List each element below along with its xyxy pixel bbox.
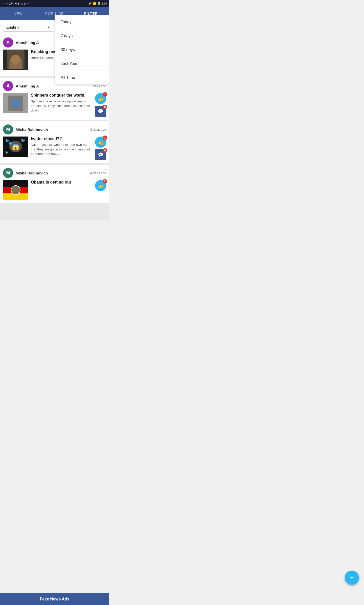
like-count-badge: 1 — [103, 136, 107, 140]
youtube-icon: ▶ — [18, 2, 20, 5]
battery-icon: 🔋 — [97, 2, 101, 5]
news-image — [3, 50, 28, 70]
time-ago: 4 days ago — [90, 171, 106, 175]
filter-option-today[interactable]: Today — [55, 15, 109, 29]
news-title: Spinners conquer the world. — [31, 93, 90, 98]
card-header: M Misha Rabinovich 4 days ago — [3, 168, 106, 178]
comment-count-badge: 0 — [103, 105, 107, 109]
filter-option-lastyear[interactable]: Last Year — [55, 57, 109, 71]
author-name: Misha Rabinovich — [16, 127, 90, 132]
comment-button[interactable]: 💬 0 — [95, 106, 106, 117]
compass-icon: ◎ — [21, 2, 23, 5]
news-card: M Misha Rabinovich 4 days ago 😱 🐦 🐦 🐦 🐦 … — [0, 121, 109, 163]
email-icon: ✉ — [6, 2, 8, 5]
signal-icon: 📶 — [93, 2, 96, 5]
status-bar: ⏸ ✉ 27° 𝗡 ▶ ◎ ▷ ≡ ⚡ 📶 🔋 8:04 — [0, 0, 109, 7]
like-button[interactable]: 👍 2 — [95, 180, 106, 191]
news-title: Obama is getting out — [31, 180, 90, 185]
avatar: A — [3, 81, 13, 91]
news-content: twitter closed?? twitter has just tweete… — [31, 137, 90, 156]
language-label: English — [6, 25, 19, 29]
news-excerpt: twitter has just tweeted in their own ap… — [31, 143, 90, 156]
news-content: Spinners conquer the world. Spinners hav… — [31, 93, 90, 113]
news-image: 🌀 — [3, 93, 28, 113]
like-button[interactable]: 👍 1 — [95, 137, 106, 148]
language-dropdown-arrow: ▼ — [47, 26, 50, 29]
status-right-icons: ⚡ 📶 🔋 8:04 — [88, 2, 107, 5]
time-ago: days ago — [93, 84, 106, 88]
news-image: 😱 🐦 🐦 🐦 🐦 — [3, 137, 28, 157]
avatar: M — [3, 124, 13, 135]
notification-icon: 𝗡 — [14, 2, 17, 5]
filter-option-7days[interactable]: 7 days — [55, 29, 109, 43]
news-excerpt: Spinners have become popular among the e… — [31, 99, 90, 113]
like-button[interactable]: 👍 1 — [95, 93, 106, 104]
temperature: 27° — [9, 2, 13, 5]
comment-button[interactable]: 💬 0 — [95, 149, 106, 160]
menu-icon: ≡ — [27, 2, 29, 5]
card-actions: 👍 1 💬 0 — [95, 93, 106, 117]
comment-count-badge: 0 — [103, 148, 107, 153]
language-dropdown[interactable]: English ▼ — [3, 23, 53, 32]
play-icon: ▷ — [24, 2, 26, 5]
time-ago: 4 days ago — [90, 128, 106, 131]
news-content: Obama is getting out — [31, 180, 90, 186]
bluetooth-icon: ⚡ — [88, 2, 92, 5]
status-left-icons: ⏸ ✉ 27° 𝗡 ▶ ◎ ▷ ≡ — [2, 2, 29, 5]
filter-option-30days[interactable]: 30 days — [55, 43, 109, 57]
author-name: Misha Rabinovich — [16, 171, 90, 175]
filter-option-alltime[interactable]: All Time — [55, 71, 109, 84]
avatar: M — [3, 168, 13, 178]
card-actions: 👍 2 — [95, 180, 106, 191]
time-display: 8:04 — [102, 2, 107, 5]
author-name: Ahushiling A — [16, 84, 93, 88]
news-image — [3, 180, 28, 200]
like-count-badge: 2 — [103, 179, 107, 184]
card-actions: 👍 1 💬 0 — [95, 137, 106, 160]
tab-new[interactable]: NEW — [0, 7, 36, 20]
news-title: twitter closed?? — [31, 137, 90, 141]
avatar: A — [3, 37, 13, 48]
pause-icon: ⏸ — [2, 2, 5, 5]
news-card: M Misha Rabinovich 4 days ago Obama is g… — [0, 165, 109, 203]
like-count-badge: 1 — [103, 92, 107, 97]
time-filter-dropdown-menu: Today 7 days 30 days Last Year All Time — [55, 15, 109, 84]
card-header: M Misha Rabinovich 4 days ago — [3, 124, 106, 135]
